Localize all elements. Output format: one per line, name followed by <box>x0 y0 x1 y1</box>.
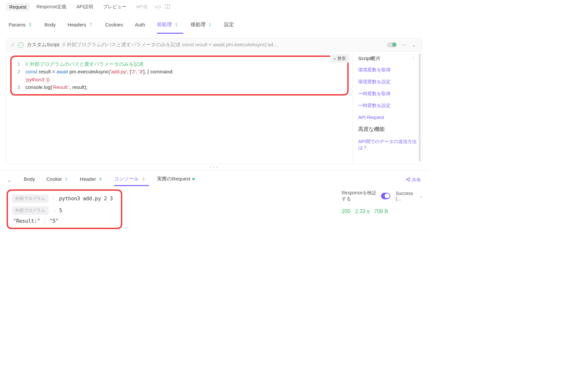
status-code: 200 <box>342 209 351 215</box>
tab-auth[interactable]: Auth <box>135 19 145 34</box>
api-name-placeholder: API名 <box>133 3 152 11</box>
status-time: 2.33 s <box>355 209 370 215</box>
rtab-cookie[interactable]: Cookie1 <box>46 174 68 186</box>
share-button[interactable]: 共有 <box>406 177 421 183</box>
post-badge: 1 <box>208 22 212 27</box>
code-icon[interactable]: </> <box>155 4 161 10</box>
code-line-2: const result = await pm.executeAsync('ad… <box>25 68 173 75</box>
rtab-actual-label: 実際のRequest <box>157 176 190 182</box>
console-tag: 外部プログラム <box>12 194 49 203</box>
snippet-title: Script断片 <box>358 56 381 62</box>
card-enable-toggle[interactable] <box>387 42 397 48</box>
console-output: 外部プログラム 〉 python3 add.py 2 3 外部プログラム 〈 5… <box>7 189 122 229</box>
header-badge: 6 <box>98 176 103 182</box>
snippet-link[interactable]: 環境変数を設定 <box>358 79 417 85</box>
rtab-console[interactable]: コンソール3 <box>114 174 146 186</box>
collapse-response-icon[interactable]: ⌄ <box>7 177 11 183</box>
tab-prescript[interactable]: 前処理1 <box>157 19 179 34</box>
share-icon <box>406 177 410 183</box>
svg-line-5 <box>407 178 409 179</box>
divider <box>45 218 45 224</box>
chevron-down-icon[interactable]: ⌄ <box>419 194 422 198</box>
tab-cookies[interactable]: Cookies <box>105 19 123 34</box>
pre-badge: 1 <box>174 22 179 27</box>
tab-body[interactable]: Body <box>44 19 56 34</box>
console-output-value: 5 <box>59 208 62 214</box>
rtab-header-label: Header <box>80 176 96 182</box>
tab-params-label: Params <box>9 22 26 27</box>
drag-handle-icon[interactable]: ⠿ <box>11 42 14 48</box>
console-row-cmd: 外部プログラム 〉 python3 add.py 2 3 <box>8 193 121 205</box>
rtab-cookie-label: Cookie <box>46 176 62 182</box>
console-tag: 外部プログラム <box>12 206 49 215</box>
tab-headers[interactable]: Headers7 <box>68 19 93 34</box>
top-tabbar: Request Response定義 API説明 プレビュー API名 </> <box>0 0 428 14</box>
result-value: "5" <box>48 218 60 224</box>
tab-postscript[interactable]: 後処理1 <box>191 19 212 34</box>
card-title: カスタムScript <box>27 42 59 48</box>
svg-point-3 <box>406 179 407 180</box>
format-label: 整形 <box>337 56 346 61</box>
lineno: 2 <box>12 68 25 75</box>
tab-params[interactable]: Params3 <box>9 19 32 34</box>
code-line-3: console.log('Result:', result); <box>25 83 88 91</box>
response-panel: ⌄ Body Cookie1 Header6 コンソール3 実際のRequest… <box>0 170 428 232</box>
wand-icon: ⟐ <box>333 56 336 61</box>
arrow-left-icon: 〈 <box>52 208 56 214</box>
headers-badge: 7 <box>88 22 93 27</box>
console-row-result: "Result:" "5" <box>8 216 121 226</box>
snippet-panel: Script断片〉 環境変数を取得 環境変数を設定 一時変数を取得 一時変数を設… <box>353 52 422 164</box>
response-status: Responseを検証する Success (… ⌄ 200 2.33 s 70… <box>336 186 428 232</box>
code-editor[interactable]: 1// 外部プログラムのパスと渡すパラメータのみを記述 2const resul… <box>10 56 349 96</box>
verify-label: Responseを検証する <box>342 190 378 202</box>
snippet-link[interactable]: 一時変数を設定 <box>358 103 417 109</box>
snippet-link[interactable]: API間でのデータの送信方法は？ <box>358 139 417 151</box>
console-badge: 3 <box>141 176 146 182</box>
chevron-right-icon[interactable]: 〉 <box>412 56 417 62</box>
tab-request[interactable]: Request <box>6 3 30 11</box>
card-preview-comment: // 外部プログラムのパスと渡すパラメータのみを記述 const result … <box>62 42 384 48</box>
tab-response-def[interactable]: Response定義 <box>33 3 70 11</box>
card-collapse-icon[interactable]: ⌄ <box>411 42 417 48</box>
script-card-header: ⠿ ✓ カスタムScript // 外部プログラムのパスと渡すパラメータのみを記… <box>6 38 422 52</box>
arrow-right-icon: 〉 <box>52 196 56 202</box>
panel-icon[interactable] <box>165 4 170 10</box>
rtab-actual-request[interactable]: 実際のRequest <box>157 174 195 186</box>
resize-handle-icon[interactable]: • • • <box>0 165 428 169</box>
params-badge: 3 <box>28 22 33 27</box>
svg-point-2 <box>409 177 410 178</box>
tab-post-label: 後処理 <box>191 21 206 28</box>
cookie-badge: 1 <box>64 176 69 182</box>
snippet-link[interactable]: 一時変数を取得 <box>358 91 417 97</box>
lineno <box>12 76 25 83</box>
status-size: 708 B <box>374 209 388 215</box>
actual-dot-icon <box>192 178 195 180</box>
lineno: 1 <box>12 60 25 68</box>
share-label: 共有 <box>412 177 421 183</box>
code-line-2b: 'python3' }) <box>25 76 50 83</box>
card-more-icon[interactable]: ⋯ <box>400 42 407 48</box>
tab-pre-label: 前処理 <box>157 21 172 28</box>
snippet-section-advanced: 高度な機能 <box>358 126 417 133</box>
svg-point-4 <box>409 180 410 181</box>
tab-preview[interactable]: プレビュー <box>100 3 130 11</box>
tab-settings[interactable]: 設定 <box>224 19 234 34</box>
console-row-out: 外部プログラム 〈 5 <box>8 205 121 216</box>
success-label: Success (… <box>396 191 416 201</box>
snippet-link[interactable]: 環境変数を取得 <box>358 67 417 73</box>
result-key: "Result:" <box>12 218 41 224</box>
rtab-body[interactable]: Body <box>24 174 35 186</box>
lineno: 3 <box>12 83 25 91</box>
console-command: python3 add.py 2 3 <box>59 196 113 202</box>
rtab-console-label: コンソール <box>114 176 139 182</box>
check-icon: ✓ <box>18 42 23 48</box>
code-editor-panel: ⟐整形 1// 外部プログラムのパスと渡すパラメータのみを記述 2const r… <box>6 52 353 164</box>
tab-headers-label: Headers <box>68 22 87 27</box>
svg-line-6 <box>407 180 409 181</box>
tab-api-desc[interactable]: API説明 <box>73 3 96 11</box>
verify-toggle[interactable] <box>381 193 390 199</box>
rtab-header[interactable]: Header6 <box>80 174 103 186</box>
code-comment: // 外部プログラムのパスと渡すパラメータのみを記述 <box>25 61 144 67</box>
format-button[interactable]: ⟐整形 <box>330 54 349 63</box>
snippet-link[interactable]: API Request <box>358 115 417 120</box>
